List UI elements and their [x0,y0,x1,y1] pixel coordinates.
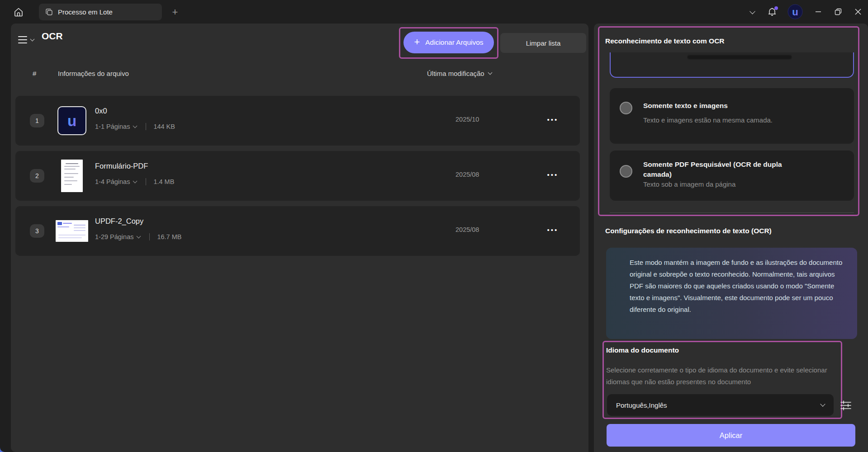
clear-list-button[interactable]: Limpar lista [500,33,586,53]
tab-processo-em-lote[interactable]: Processo em Lote [39,4,162,20]
file-name: 0x0 [95,107,107,115]
new-tab-button[interactable]: + [168,5,182,19]
chevron-down-icon [30,37,35,42]
page-title: OCR [42,31,63,42]
option-subtitle: Texto sob a imagem da página [643,180,735,188]
row-more-button[interactable]: ••• [540,220,565,240]
divider [146,178,146,185]
window-dropdown-button[interactable] [742,0,762,24]
divider [610,212,854,213]
tab-title: Processo em Lote [58,8,113,16]
updf-logo-thumbnail: u [57,106,86,135]
menu-button[interactable] [15,32,40,48]
ocr-option-searchable-pdf[interactable]: Somente PDF Pesquisável (OCR de dupla ca… [610,151,854,201]
language-select-value: Português,Inglês [616,401,667,409]
tip-text: Este modo mantém a imagem de fundo e as … [630,257,846,339]
file-modified-date: 2025/08 [455,171,479,178]
ocr-panel-title: Reconhecimento de texto com OCR [605,37,725,45]
file-modified-date: 2025/08 [455,226,479,233]
app-window: Processo em Lote + [0,0,868,452]
batch-process-icon [45,8,53,16]
column-header-info: Informações do arquivo [58,70,129,77]
home-button[interactable] [10,4,27,21]
table-row[interactable]: 2 Formulário-PDF 1-4 Páginas 1.4 MB 2025… [15,151,580,201]
user-avatar[interactable]: u [787,4,803,19]
notifications-button[interactable] [762,0,782,24]
sort-chevron-icon [488,71,492,75]
ocr-settings-title: Configurações de reconhecimento de texto… [605,227,772,235]
divider [149,233,150,240]
column-header-modified[interactable]: Última modificação [427,70,492,77]
option-subtitle: Texto e imagens estão na mesma camada. [643,116,773,124]
file-name: UPDF-2_Copy [95,217,143,226]
option-title: Somente PDF Pesquisável (OCR de dupla ca… [643,160,806,179]
document-portrait-thumbnail [61,160,83,192]
more-icon: ••• [547,171,559,179]
plus-icon: + [414,37,420,47]
table-row[interactable]: 3 UPDF-2_Copy 1-29 Páginas 16.7 MB 2025/… [15,206,580,256]
plus-icon: + [172,6,178,18]
column-header-modified-label: Última modificação [427,70,484,77]
language-section-title: Idioma do documento [606,346,679,354]
document-landscape-thumbnail [56,220,88,242]
table-row[interactable]: 1 u 0x0 1-1 Páginas 144 KB 2025/10 ••• [15,96,580,146]
add-files-button[interactable]: + Adicionar Arquivos [403,32,494,53]
restore-button[interactable] [828,0,848,24]
file-name: Formulário-PDF [95,162,148,170]
clipped-option-content [688,55,792,59]
chevron-down-icon [137,234,141,239]
ocr-option-selected-partial[interactable] [610,52,854,78]
file-size: 1.4 MB [153,178,174,185]
title-bar: Processo em Lote + [0,0,868,24]
lightbulb-icon [616,259,623,339]
row-more-button[interactable]: ••• [540,165,565,184]
row-index-badge: 3 [30,224,44,238]
hamburger-icon [18,36,27,43]
file-modified-date: 2025/10 [455,116,479,123]
row-index-badge: 1 [30,114,44,127]
language-select[interactable]: Português,Inglês [607,394,834,416]
chevron-down-icon [133,124,138,128]
advanced-language-settings-button[interactable] [838,399,854,412]
row-index-badge: 2 [30,169,44,183]
row-more-button[interactable]: ••• [540,109,565,129]
more-icon: ••• [547,226,559,234]
ocr-option-text-and-images[interactable]: Somente texto e imagens Texto e imagens … [610,88,854,144]
ocr-settings-panel: Reconhecimento de texto com OCR Somente … [594,24,868,452]
add-files-label: Adicionar Arquivos [425,38,483,47]
column-header-index: # [33,70,36,77]
divider [146,123,146,130]
minimize-button[interactable] [808,0,828,24]
notification-dot [774,6,778,10]
ocr-mode-tip: Este modo mantém a imagem de fundo e as … [606,248,857,339]
chevron-down-icon [749,8,755,14]
file-pages-dropdown[interactable]: 1-1 Páginas [95,123,130,130]
file-list-panel: OCR + Adicionar Arquivos Limpar lista # … [11,24,588,452]
file-pages-dropdown[interactable]: 1-4 Páginas [95,178,130,185]
svg-text:u: u [792,6,798,18]
radio-icon[interactable] [620,102,632,114]
chevron-down-icon [133,179,138,184]
close-button[interactable] [848,0,868,24]
more-icon: ••• [547,116,559,123]
apply-button[interactable]: Aplicar [607,424,855,447]
chevron-down-icon [820,401,825,406]
file-size: 16.7 MB [157,233,181,240]
svg-text:u: u [67,113,76,129]
sliders-icon [840,400,852,411]
file-pages-dropdown[interactable]: 1-29 Páginas [95,233,133,240]
home-icon [13,7,24,18]
option-title: Somente texto e imagens [643,101,728,111]
language-section-description: Selecione corretamente o tipo de idioma … [606,364,835,388]
file-size: 144 KB [153,123,175,130]
radio-icon[interactable] [620,165,632,178]
